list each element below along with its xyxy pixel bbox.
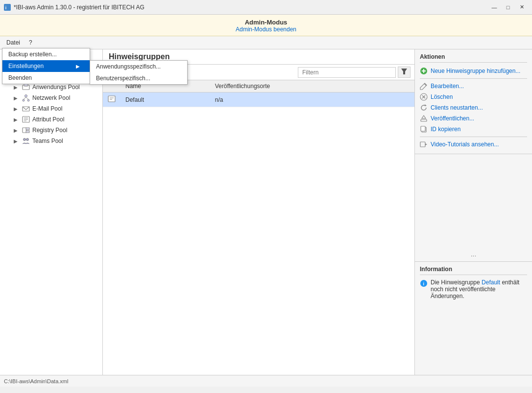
bearbeiten-action[interactable]: Bearbeiten... bbox=[420, 81, 527, 92]
video-tutorials-action[interactable]: Video-Tutorials ansehen... bbox=[420, 139, 527, 150]
bearbeiten-label: Bearbeiten... bbox=[431, 83, 464, 90]
info-default-link[interactable]: Default bbox=[482, 279, 500, 286]
delete-circle-icon bbox=[420, 93, 428, 101]
beenden-item[interactable]: Beenden bbox=[2, 72, 90, 84]
help-menu[interactable]: ? bbox=[24, 37, 37, 48]
svg-point-15 bbox=[27, 99, 29, 101]
datei-menu-container: Datei Backup erstellen... Einstellungen … bbox=[2, 37, 24, 48]
filter-button[interactable] bbox=[398, 67, 411, 78]
svg-point-13 bbox=[25, 95, 27, 97]
anwendungs-arrow: ▶ bbox=[14, 85, 20, 90]
sidebar-item-attribut-pool[interactable]: ▶ Attribut Pool bbox=[0, 114, 102, 125]
information-content: i Die Hinweisgruppe Default enthält noch… bbox=[420, 279, 527, 300]
einstellungen-item[interactable]: Einstellungen ▶ Anwendungsspezifisch... … bbox=[2, 60, 90, 72]
email-pool-label: E-Mail Pool bbox=[32, 105, 62, 112]
add-circle-icon bbox=[420, 67, 428, 75]
clients-neu-action[interactable]: Clients neustarten... bbox=[420, 102, 527, 113]
sidebar-item-teams-pool[interactable]: ▶ Teams Pool bbox=[0, 136, 102, 146]
status-bar: C:\IBI-aws\Admin\Data.xml bbox=[0, 375, 532, 387]
einstellungen-arrow: ▶ bbox=[76, 64, 80, 69]
admin-mode-title: Admin-Modus bbox=[0, 19, 532, 26]
neue-hinweisgruppe-label: Neue Hinweisgruppe hinzufügen... bbox=[431, 68, 520, 74]
veroeffentlichen-label: Veröffentlichen... bbox=[431, 115, 474, 122]
svg-marker-28 bbox=[401, 69, 407, 74]
anwendungsspezifisch-item[interactable]: Anwendungsspezifisch... bbox=[90, 61, 187, 72]
registry-pool-label: Registry Pool bbox=[32, 127, 67, 134]
benutzerspezifisch-item[interactable]: Benutzerspezifisch... bbox=[90, 72, 187, 84]
info-text-before: Die Hinweisgruppe bbox=[431, 279, 482, 286]
app-icon: i bbox=[4, 4, 11, 11]
right-panel: Aktionen Neue Hinweisgruppe hinzufügen..… bbox=[414, 49, 532, 375]
admin-mode-exit-link[interactable]: Admin-Modus beenden bbox=[236, 26, 296, 33]
content-area: Hinweisgruppen Name Veröffentlichungsort… bbox=[103, 49, 414, 375]
svg-text:i: i bbox=[423, 281, 425, 286]
title-bar-controls: — □ ✕ bbox=[488, 2, 528, 12]
sidebar: ▼ Hinweisgruppen Vorlagen i Statische Hi… bbox=[0, 49, 103, 375]
netzwerk-arrow: ▶ bbox=[14, 95, 20, 101]
table-body: Default n/a bbox=[103, 92, 414, 107]
maximize-button[interactable]: □ bbox=[502, 2, 514, 12]
attribut-arrow: ▶ bbox=[14, 117, 20, 122]
video-tutorials-label: Video-Tutorials ansehen... bbox=[431, 141, 499, 148]
clients-neu-label: Clients neustarten... bbox=[431, 104, 483, 111]
sidebar-item-registry-pool[interactable]: ▶ Registry Pool bbox=[0, 125, 102, 136]
sidebar-item-email-pool[interactable]: ▶ E-Mail Pool bbox=[0, 103, 102, 114]
refresh-icon bbox=[420, 104, 428, 112]
attribut-pool-icon bbox=[22, 116, 30, 123]
svg-point-14 bbox=[23, 99, 24, 101]
svg-line-16 bbox=[24, 97, 26, 100]
svg-text:i: i bbox=[5, 5, 6, 10]
sidebar-item-netzwerk-pool[interactable]: ▶ Netzwerk Pool bbox=[0, 92, 102, 103]
backup-item[interactable]: Backup erstellen... bbox=[2, 48, 90, 60]
teams-pool-label: Teams Pool bbox=[32, 138, 63, 144]
main-layout: ▼ Hinweisgruppen Vorlagen i Statische Hi… bbox=[0, 49, 532, 375]
datei-menu[interactable]: Datei bbox=[2, 37, 24, 48]
close-button[interactable]: ✕ bbox=[515, 2, 528, 12]
more-indicator: ··· bbox=[471, 252, 477, 259]
col-veroeffentlichungsorte-header: Veröffentlichungsorte bbox=[210, 80, 414, 92]
svg-point-27 bbox=[26, 139, 29, 141]
table-row[interactable]: Default n/a bbox=[103, 92, 414, 107]
information-section: Information i Die Hinweisgruppe Default … bbox=[415, 262, 532, 375]
content-title: Hinweisgruppen bbox=[109, 52, 169, 61]
svg-rect-40 bbox=[421, 119, 427, 121]
title-bar-text: *IBI-aws Admin 1.30.0 - registriert für … bbox=[14, 4, 145, 11]
video-icon bbox=[420, 140, 428, 148]
svg-marker-45 bbox=[425, 143, 427, 145]
svg-rect-44 bbox=[420, 142, 425, 147]
neue-hinweisgruppe-action[interactable]: Neue Hinweisgruppe hinzufügen... bbox=[420, 66, 527, 76]
attribut-pool-label: Attribut Pool bbox=[32, 116, 64, 123]
id-kopieren-action[interactable]: ID kopieren bbox=[420, 124, 527, 135]
copy-icon bbox=[420, 125, 428, 133]
svg-line-17 bbox=[26, 97, 28, 100]
menu-bar: Datei Backup erstellen... Einstellungen … bbox=[0, 36, 532, 49]
registry-arrow: ▶ bbox=[14, 128, 20, 133]
info-text: Die Hinweisgruppe Default enthält noch n… bbox=[431, 279, 527, 300]
row-name: Default bbox=[121, 92, 210, 107]
svg-point-26 bbox=[24, 139, 26, 141]
action-divider-2 bbox=[420, 137, 527, 137]
anwendungs-pool-label: Anwendungs Pool bbox=[32, 84, 80, 91]
einstellungen-submenu: Anwendungsspezifisch... Benutzerspezifis… bbox=[90, 60, 188, 85]
info-icon: i bbox=[420, 279, 428, 289]
svg-rect-25 bbox=[26, 131, 29, 133]
id-kopieren-label: ID kopieren bbox=[431, 126, 460, 133]
svg-marker-39 bbox=[425, 104, 427, 106]
status-path: C:\IBI-aws\Admin\Data.xml bbox=[4, 378, 68, 384]
einstellungen-label: Einstellungen bbox=[8, 63, 44, 69]
filter-input[interactable] bbox=[298, 67, 396, 78]
veroeffentlichen-action[interactable]: Veröffentlichen... bbox=[420, 113, 527, 124]
loeschen-label: Löschen bbox=[431, 93, 453, 100]
aktionen-title: Aktionen bbox=[420, 53, 527, 63]
row-icon-cell bbox=[103, 92, 121, 107]
minimize-button[interactable]: — bbox=[488, 2, 501, 12]
email-arrow: ▶ bbox=[14, 106, 20, 112]
row-veroeffentlichungsorte: n/a bbox=[210, 92, 414, 107]
registry-pool-icon bbox=[22, 126, 30, 134]
teams-pool-icon bbox=[22, 137, 30, 145]
svg-rect-29 bbox=[108, 96, 115, 102]
loeschen-action[interactable]: Löschen bbox=[420, 92, 527, 102]
table-container: Name Veröffentlichungsorte De bbox=[103, 80, 414, 375]
edit-icon bbox=[420, 82, 428, 90]
publish-icon bbox=[420, 115, 428, 122]
